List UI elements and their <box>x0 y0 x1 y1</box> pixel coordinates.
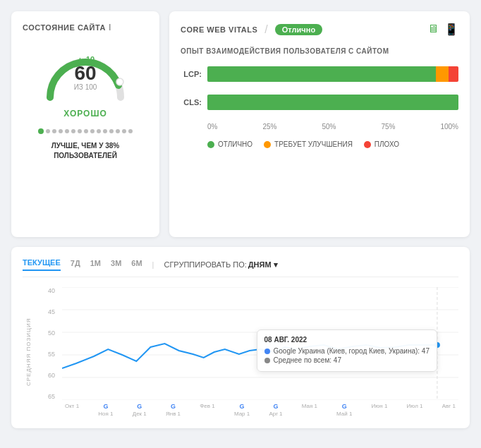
x-label-100: 100% <box>440 123 458 131</box>
x-label-oct: Окт 1 <box>65 403 79 417</box>
tooltip-avg-dot <box>264 358 270 363</box>
cls-green-segment <box>207 95 458 110</box>
cwv-icons: 🖥 📱 <box>427 23 458 36</box>
cwv-title: CORE WEB VITALS <box>181 25 257 34</box>
x-label-75: 75% <box>381 123 395 131</box>
x-label-jul: Июл 1 <box>407 403 423 417</box>
y-50: 50 <box>41 329 55 337</box>
x-axis-labels: Окт 1 G Ноя 1 G Дек 1 G Янв 1 <box>62 403 458 417</box>
tab-3m[interactable]: 3М <box>111 259 121 270</box>
dot-7 <box>84 129 88 133</box>
bottom-chart-wrapper: СРЕДНЯЯ ПОЗИЦИЯ 40 45 50 55 60 65 <box>23 287 458 417</box>
legend-needs-improvement-dot <box>264 141 271 148</box>
tooltip-item-avg: Среднее по всем: 47 <box>264 356 430 364</box>
dot-5 <box>71 129 75 133</box>
x-label-nov: G Ноя 1 <box>98 403 113 417</box>
dot-8 <box>90 129 95 133</box>
gauge-label: ХОРОШО <box>63 109 107 119</box>
x-label-may: Мая 1 <box>302 403 317 417</box>
y-40: 40 <box>41 287 55 294</box>
dot-4 <box>65 129 69 133</box>
tab-6m[interactable]: 6М <box>131 259 142 270</box>
x-axis: 0% 25% 50% 75% 100% <box>181 123 458 131</box>
x-label-may2: G Май 1 <box>336 403 352 417</box>
dot-13 <box>122 129 126 133</box>
gauge-container: ▲ 10 60 ИЗ 100 ХОРОШО <box>23 47 148 119</box>
dot-2 <box>52 129 56 133</box>
dot-1 <box>46 129 50 133</box>
dot-3 <box>59 129 63 133</box>
legend-bad: ПЛОХО <box>364 140 399 148</box>
desktop-icon[interactable]: 🖥 <box>427 23 439 36</box>
legend-bad-label: ПЛОХО <box>375 140 399 148</box>
lcp-green-segment <box>207 66 436 82</box>
legend-needs-improvement-label: ТРЕБУЕТ УЛУЧШЕНИЯ <box>274 140 353 148</box>
x-label-25: 25% <box>262 123 276 131</box>
experience-title: ОПЫТ ВЗАИМОДЕЙСТВИЯ ПОЛЬЗОВАТЕЛЯ С САЙТО… <box>181 47 458 55</box>
tooltip-google-label: Google Украина (Киев, город Киев, Украин… <box>274 347 430 355</box>
lcp-orange-segment <box>436 66 449 82</box>
x-label-jun: Июн 1 <box>372 403 388 417</box>
dot-12 <box>116 129 120 133</box>
x-label-jan: G Янв 1 <box>166 403 181 417</box>
legend-excellent-label: ОТЛИЧНО <box>218 140 252 148</box>
gauge-score: 60 <box>74 63 97 83</box>
cwv-header: CORE WEB VITALS / Отлично 🖥 📱 <box>181 23 458 36</box>
site-status-card: СОСТОЯНИЕ САЙТА i ▲ 10 <box>11 11 159 237</box>
x-label-0: 0% <box>207 123 217 131</box>
tab-divider: | <box>152 260 154 269</box>
cwv-title-divider: / <box>264 23 267 36</box>
y-axis-title: СРЕДНЯЯ ПОЗИЦИЯ <box>23 287 34 417</box>
x-label-apr: G Apr 1 <box>269 403 282 417</box>
dots-row <box>23 128 148 134</box>
dot-14 <box>128 129 133 133</box>
y-60: 60 <box>41 372 55 379</box>
gauge-of: ИЗ 100 <box>74 83 97 91</box>
tooltip-avg-label: Среднее по всем: 47 <box>274 356 341 364</box>
y-45: 45 <box>41 308 55 315</box>
y-55: 55 <box>41 351 55 358</box>
dot-6 <box>78 129 82 133</box>
x-label-50: 50% <box>322 123 336 131</box>
dot-9 <box>97 129 101 133</box>
bottom-card: ТЕКУЩЕЕ 7Д 1М 3М 6М | СГРУППИРОВАТЬ ПО: … <box>11 247 470 428</box>
dot-active-1 <box>38 128 44 134</box>
dot-11 <box>109 129 114 133</box>
x-label-feb: Фев 1 <box>200 403 214 417</box>
mobile-icon[interactable]: 📱 <box>444 23 458 36</box>
y-axis-labels: 40 45 50 55 60 65 <box>41 287 55 400</box>
bar-row-cls: CLS: <box>181 95 458 110</box>
better-than-text: ЛУЧШЕ, ЧЕМ У 38% ПОЛЬЗОВАТЕЛЕЙ <box>23 141 148 161</box>
legend-bad-dot <box>364 141 371 148</box>
cls-bar-track <box>207 95 458 110</box>
gauge-inner: ▲ 10 60 ИЗ 100 <box>74 55 97 91</box>
chart-tooltip: 08 АВГ. 2022 Google Украина (Киев, город… <box>257 329 437 372</box>
tab-current[interactable]: ТЕКУЩЕЕ <box>23 258 61 271</box>
legend-excellent: ОТЛИЧНО <box>207 140 252 148</box>
lcp-label: LCP: <box>181 70 202 78</box>
group-by-selector[interactable]: СГРУППИРОВАТЬ ПО: ДНЯМ ▾ <box>164 260 277 270</box>
x-label-mar: G Мар 1 <box>234 403 250 417</box>
x-label-aug: Авг 1 <box>442 403 456 417</box>
lcp-bar-track <box>207 66 458 82</box>
bar-row-lcp: LCP: <box>181 66 458 82</box>
x-label-dec: G Дек 1 <box>133 403 147 417</box>
site-status-title: СОСТОЯНИЕ САЙТА i <box>23 23 111 32</box>
y-65: 65 <box>41 393 55 400</box>
tooltip-item-google: Google Украина (Киев, город Киев, Украин… <box>264 347 430 355</box>
gauge-wrapper: ▲ 10 60 ИЗ 100 <box>39 47 131 103</box>
site-status-info-icon[interactable]: i <box>109 23 111 32</box>
legend: ОТЛИЧНО ТРЕБУЕТ УЛУЧШЕНИЯ ПЛОХО <box>181 140 458 148</box>
lcp-red-segment <box>449 66 458 82</box>
tooltip-google-dot <box>264 349 270 354</box>
tooltip-date: 08 АВГ. 2022 <box>264 336 430 344</box>
legend-needs-improvement: ТРЕБУЕТ УЛУЧШЕНИЯ <box>264 140 353 148</box>
bottom-tabs: ТЕКУЩЕЕ 7Д 1М 3М 6М | СГРУППИРОВАТЬ ПО: … <box>23 258 458 277</box>
tab-7d[interactable]: 7Д <box>71 259 80 270</box>
dot-10 <box>103 129 107 133</box>
bar-chart: LCP: CLS: <box>181 66 458 110</box>
legend-excellent-dot <box>207 141 214 148</box>
cwv-badge: Отлично <box>275 24 322 35</box>
tab-1m[interactable]: 1М <box>90 259 101 270</box>
cwv-card: CORE WEB VITALS / Отлично 🖥 📱 ОПЫТ ВЗАИМ… <box>169 11 470 237</box>
